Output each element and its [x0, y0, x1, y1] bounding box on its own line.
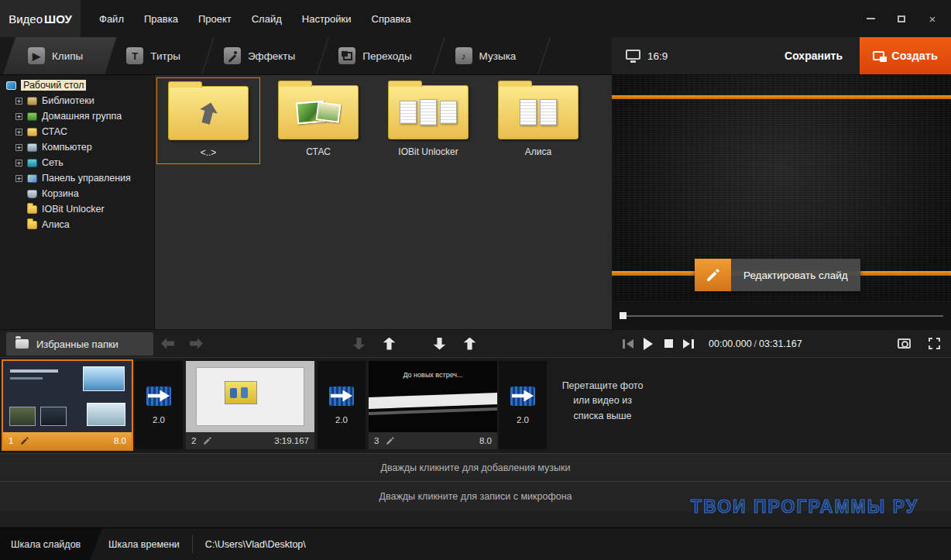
expand-icon[interactable]: +: [15, 175, 22, 182]
menu-file[interactable]: Файл: [99, 13, 124, 25]
transition-icon: [146, 387, 171, 406]
desktop-icon: [6, 81, 16, 90]
browser-item-label: <..>: [201, 147, 217, 158]
tab-titles[interactable]: T Титры: [105, 37, 202, 74]
timeline: 1 8.0 2.0 2 3:19.167 2.0 До н: [0, 357, 951, 453]
browser-item-label: СТАС: [306, 146, 331, 157]
monitor-icon: [626, 50, 640, 60]
favorite-folders-button[interactable]: Избранные папки: [6, 332, 153, 356]
tree-item-alisa[interactable]: Алиса: [0, 217, 154, 232]
browser-item-alisa[interactable]: Алиса: [486, 77, 590, 164]
previous-frame-button[interactable]: [623, 339, 633, 349]
edit-slide-button[interactable]: Редактировать слайд: [695, 259, 860, 291]
tab-music[interactable]: ♪ Музыка: [434, 37, 538, 74]
create-button[interactable]: Создать: [860, 37, 951, 74]
add-all-icon[interactable]: [463, 338, 476, 350]
browser-item-stas[interactable]: СТАС: [266, 77, 370, 164]
edit-pencil-icon[interactable]: [203, 436, 212, 445]
close-button[interactable]: ×: [926, 12, 939, 25]
expand-icon[interactable]: +: [15, 160, 22, 167]
seek-handle[interactable]: [620, 312, 627, 319]
maximize-button[interactable]: [895, 12, 908, 25]
tree-item-iobit[interactable]: IOBit Unlocker: [0, 201, 154, 217]
tree-item-computer[interactable]: + Компьютер: [0, 139, 154, 155]
timeline-slide-3[interactable]: До новых встреч... 3 8.0: [369, 361, 497, 449]
back-icon[interactable]: [161, 338, 174, 350]
window-controls: ×: [864, 12, 939, 25]
tree-item-label: Рабочий стол: [21, 80, 86, 91]
documents-folder-icon: [388, 85, 469, 139]
tree-item-network[interactable]: + Сеть: [0, 155, 154, 170]
timeline-slide-2[interactable]: 2 3:19.167: [186, 361, 314, 449]
transition-3[interactable]: 2.0: [499, 361, 547, 449]
tab-time-scale[interactable]: Шкала времени: [102, 528, 187, 560]
menu-settings[interactable]: Настройки: [302, 13, 352, 25]
edit-pencil-icon[interactable]: [386, 436, 395, 445]
create-slideshow-icon: [873, 51, 884, 60]
control-panel-icon: [27, 174, 37, 183]
menu-edit[interactable]: Правка: [144, 13, 178, 25]
tree-item-libraries[interactable]: + Библиотеки: [0, 93, 154, 108]
tab-effects-label: Эффекты: [248, 50, 295, 62]
slide-number: 1: [9, 436, 13, 445]
folder-icon: [27, 221, 37, 229]
time-current: 00:00.000: [709, 338, 752, 349]
next-frame-button[interactable]: [683, 339, 694, 349]
menu-project[interactable]: Проект: [198, 13, 232, 25]
up-folder-icon: [168, 86, 249, 140]
expand-icon[interactable]: +: [15, 144, 22, 151]
libraries-icon: [27, 97, 37, 105]
document-thumbnail: [400, 101, 417, 124]
tab-slide-scale[interactable]: Шкала слайдов: [0, 528, 102, 560]
seek-bar[interactable]: [620, 311, 943, 321]
expand-icon[interactable]: +: [15, 98, 22, 105]
minimize-button[interactable]: [864, 12, 877, 25]
documents-folder-icon: [498, 85, 578, 139]
pencil-icon: [695, 259, 731, 291]
timecode: 00:00.000/03:31.167: [709, 338, 802, 349]
aspect-ratio-value[interactable]: 16:9: [647, 50, 668, 62]
menu-slide[interactable]: Слайд: [252, 13, 282, 25]
stop-button[interactable]: [664, 339, 673, 348]
drop-hint-text: Перетащите фото или видео из списка выше: [559, 379, 646, 424]
seek-track[interactable]: [620, 315, 943, 317]
tree-item-label: IOBit Unlocker: [42, 204, 105, 215]
browser-item-up-folder[interactable]: <..>: [156, 77, 260, 164]
add-to-project-icon[interactable]: [383, 338, 396, 350]
tree-item-control-panel[interactable]: + Панель управления: [0, 170, 154, 186]
transition-2[interactable]: 2.0: [318, 361, 366, 449]
music-track-hint: Дважды кликните для добавления музыки: [380, 462, 570, 473]
tab-slide-scale-label: Шкала слайдов: [11, 539, 81, 550]
photo-thumbnail: [316, 101, 342, 122]
play-button[interactable]: [644, 338, 653, 350]
tree-item-recycle-bin[interactable]: Корзина: [0, 186, 154, 201]
save-button[interactable]: Сохранить: [784, 50, 843, 62]
tree-item-desktop[interactable]: Рабочий стол: [0, 77, 154, 93]
transition-duration: 2.0: [335, 415, 348, 424]
browser-item-iobit[interactable]: IOBit Unlocker: [376, 77, 480, 164]
tab-music-label: Музыка: [479, 50, 517, 62]
remove-all-icon[interactable]: [433, 338, 446, 350]
tree-item-homegroup[interactable]: + Домашняя группа: [0, 108, 154, 124]
fullscreen-icon[interactable]: [929, 338, 940, 349]
forward-icon[interactable]: [190, 338, 203, 350]
expand-icon[interactable]: +: [15, 129, 22, 136]
tree-item-stas[interactable]: + СТАС: [0, 124, 154, 139]
transition-1[interactable]: 2.0: [135, 361, 183, 449]
logo-text-2: ШОУ: [44, 12, 72, 26]
edit-pencil-icon[interactable]: [20, 436, 29, 445]
tab-effects[interactable]: Эффекты: [202, 37, 317, 74]
document-thumbnail: [420, 99, 437, 125]
tab-clips[interactable]: ▶ Клипы: [6, 37, 105, 74]
music-track[interactable]: Дважды кликните для добавления музыки: [0, 453, 951, 481]
remove-from-project-icon[interactable]: [352, 338, 366, 350]
snapshot-camera-icon[interactable]: [898, 338, 911, 349]
tree-item-label: Корзина: [42, 188, 79, 199]
menu-help[interactable]: Справка: [372, 13, 411, 25]
expand-icon[interactable]: +: [15, 113, 22, 120]
timeline-slide-1[interactable]: 1 8.0: [3, 361, 132, 449]
tab-transitions[interactable]: Переходы: [317, 37, 433, 74]
current-path: C:\Users\Vlad\Desktop\: [205, 539, 306, 550]
recycle-bin-icon: [27, 190, 37, 198]
add-remove-controls: [352, 330, 476, 357]
